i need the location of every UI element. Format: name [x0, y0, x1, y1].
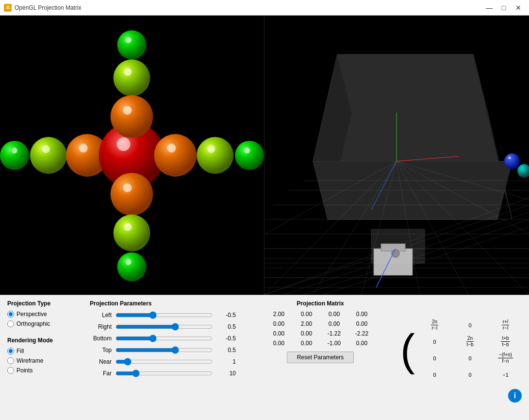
main-content: Projection Type Perspective Orthographic… [0, 16, 529, 420]
svg-point-18 [114, 59, 150, 96]
formula-33: 0 [525, 368, 529, 382]
svg-point-13 [207, 145, 215, 153]
param-near-label: Near [90, 358, 112, 365]
matrix-cell-02: 0.00 [321, 310, 347, 319]
title-bar-controls: — □ ✕ [482, 2, 525, 14]
minimize-button[interactable]: — [482, 2, 496, 14]
formula-02: r+lr−l [490, 318, 521, 333]
formula-32: −1 [490, 368, 521, 382]
matrix-cell-00: 2.00 [265, 310, 292, 319]
controls-panel: Projection Type Perspective Orthographic… [0, 295, 529, 420]
svg-point-16 [117, 30, 147, 59]
matrix-cell-10: 0.00 [265, 319, 292, 328]
svg-point-11 [167, 144, 176, 152]
radio-orthographic-input[interactable] [7, 320, 14, 327]
bracket-left: ( [400, 328, 415, 372]
param-bottom-row: Bottom -0.5 [90, 334, 240, 343]
radio-fill-input[interactable] [7, 348, 14, 354]
formula-22: −(f+n)f−n [490, 351, 521, 366]
close-button[interactable]: ✕ [512, 2, 525, 14]
formula-matrix: ( 2nr−l 0 r+lr−l 0 0 2nt−b [400, 313, 522, 387]
projection-type-title: Projection Type [7, 300, 66, 307]
svg-marker-62 [313, 161, 512, 219]
svg-point-15 [244, 148, 250, 153]
param-near-slider[interactable] [116, 357, 213, 366]
viewport-left[interactable] [0, 16, 264, 295]
projection-matrix-section: Projection Matrix 2.00 0.00 0.00 0.00 0.… [264, 300, 376, 415]
svg-rect-65 [381, 244, 405, 251]
param-near-row: Near 1 [90, 357, 240, 366]
svg-point-23 [123, 184, 132, 192]
param-top-label: Top [90, 347, 112, 353]
param-left-label: Left [90, 312, 112, 319]
matrix-grid: 2.00 0.00 0.00 0.00 0.00 2.00 0.00 0.00 … [265, 310, 375, 348]
matrix-cell-31: 0.00 [293, 339, 320, 348]
svg-point-17 [126, 37, 132, 43]
rendering-mode-title: Rendering Mode [7, 337, 66, 344]
projection-type-group: Perspective Orthographic [7, 311, 66, 327]
formula-00: 2nr−l [419, 318, 450, 333]
svg-point-20 [111, 95, 153, 138]
param-top-row: Top 0.5 [90, 346, 240, 354]
info-button[interactable]: i [508, 389, 522, 403]
svg-point-4 [30, 137, 67, 174]
param-right-value: 0.5 [216, 323, 236, 330]
rendering-mode-group: Fill Wireframe Points [7, 348, 66, 374]
radio-perspective[interactable]: Perspective [7, 311, 66, 318]
param-left-slider[interactable] [116, 311, 213, 319]
title-bar: 쏘 OpenGL Projection Matrix — □ ✕ [0, 0, 529, 16]
svg-point-84 [504, 153, 520, 169]
svg-point-9 [117, 137, 131, 151]
reset-button[interactable]: Reset Parameters [287, 352, 354, 363]
radio-points[interactable]: Points [7, 367, 66, 374]
formula-21: 0 [454, 351, 486, 366]
param-near-value: 1 [216, 358, 236, 365]
param-right-slider[interactable] [116, 322, 213, 331]
svg-point-24 [114, 215, 150, 252]
radio-perspective-input[interactable] [7, 311, 14, 318]
radio-wireframe-input[interactable] [7, 357, 14, 364]
radio-wireframe[interactable]: Wireframe [7, 357, 66, 364]
viewport-right[interactable] [264, 16, 529, 295]
param-top-slider[interactable] [116, 346, 213, 354]
radio-orthographic[interactable]: Orthographic [7, 320, 66, 327]
param-top-value: 0.5 [216, 347, 236, 353]
param-right-label: Right [90, 323, 112, 330]
svg-point-2 [0, 141, 29, 170]
viewports [0, 16, 529, 295]
matrix-cell-23: -2.22 [348, 329, 375, 338]
radio-points-label: Points [17, 367, 33, 374]
param-far-value: 10 [216, 370, 236, 377]
matrix-cell-22: -1.22 [321, 329, 347, 338]
radio-perspective-label: Perspective [17, 311, 47, 318]
param-bottom-slider[interactable] [116, 334, 213, 343]
svg-point-19 [124, 68, 132, 76]
formula-section: ( 2nr−l 0 r+lr−l 0 0 2nt−b [400, 300, 522, 415]
formula-grid: 2nr−l 0 r+lr−l 0 0 2nt−b t+bt−b 0 [417, 313, 529, 387]
maximize-button[interactable]: □ [497, 2, 511, 14]
formula-20: 0 [419, 351, 450, 366]
svg-point-21 [123, 106, 132, 115]
matrix-cell-12: 0.00 [321, 319, 347, 328]
matrix-title: Projection Matrix [297, 300, 344, 307]
param-bottom-value: -0.5 [216, 335, 236, 342]
svg-point-7 [79, 144, 88, 152]
svg-point-3 [12, 148, 17, 153]
svg-point-5 [42, 145, 50, 153]
svg-point-12 [197, 137, 233, 174]
param-far-slider[interactable] [116, 369, 213, 378]
matrix-cell-20: 0.00 [265, 329, 292, 338]
radio-points-input[interactable] [7, 367, 14, 374]
svg-point-25 [124, 223, 132, 231]
param-far-row: Far 10 [90, 369, 240, 378]
radio-fill[interactable]: Fill [7, 348, 66, 354]
matrix-cell-11: 2.00 [293, 319, 320, 328]
formula-23: −2fnf−n [525, 351, 529, 366]
param-bottom-label: Bottom [90, 335, 112, 342]
svg-point-14 [235, 141, 264, 170]
formula-10: 0 [419, 335, 450, 349]
param-far-label: Far [90, 370, 112, 377]
projection-type-section: Projection Type Perspective Orthographic… [7, 300, 66, 415]
formula-31: 0 [454, 368, 486, 382]
formula-11: 2nt−b [454, 335, 486, 349]
